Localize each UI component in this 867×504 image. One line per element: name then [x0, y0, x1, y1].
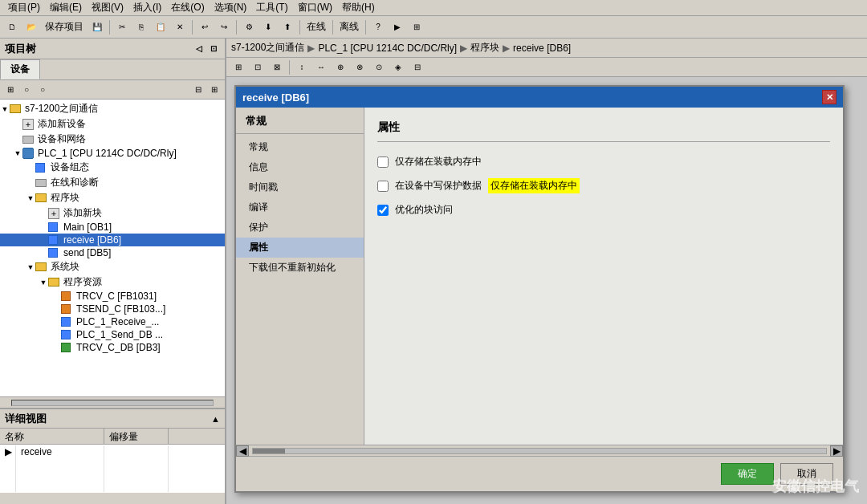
more-btn[interactable]: ▶ [389, 18, 406, 36]
tree-item-programs[interactable]: ▼程序块 [0, 190, 225, 205]
scroll-right[interactable]: ▶ [830, 445, 843, 457]
upload-btn[interactable]: ⬆ [279, 18, 296, 36]
bottom-panel: 详细视图 ▲ 名称 偏移量 ▶ receive [0, 408, 225, 504]
tree-item-network[interactable]: 设备和网络 [0, 132, 225, 147]
label-progres: 程序资源 [63, 275, 102, 289]
tab-devices[interactable]: 设备 [0, 59, 40, 79]
copy-btn[interactable]: ⎘ [132, 18, 150, 36]
scroll-left[interactable]: ◀ [236, 445, 249, 457]
dialog-nav-compile[interactable]: 编译 [236, 197, 364, 217]
tree-item-online-diag[interactable]: 在线和诊断 [0, 175, 225, 190]
toggle-progres[interactable]: ▼ [39, 278, 48, 287]
tree-btn2[interactable]: ○ [19, 83, 34, 97]
sec-btn7[interactable]: ⊗ [351, 59, 368, 76]
menu-window[interactable]: 窗口(W) [293, 0, 337, 16]
tree-item-send[interactable]: send [DB5] [0, 246, 225, 259]
icon-tsend [61, 303, 74, 315]
checkbox-label-2: 优化的块访问 [395, 203, 453, 217]
menu-view[interactable]: 视图(V) [87, 0, 128, 16]
sec-btn10[interactable]: ⊟ [409, 59, 426, 76]
redo-btn[interactable]: ↪ [215, 18, 233, 36]
pin-icon[interactable]: ⊡ [207, 43, 220, 55]
sec-btn9[interactable]: ◈ [389, 59, 407, 76]
left-hscroll-track[interactable] [11, 400, 214, 406]
menu-options[interactable]: 选项(N) [210, 0, 252, 16]
sec-btn4[interactable]: ↕ [293, 59, 311, 76]
tree-item-tsend[interactable]: TSEND_C [FB103...] [0, 303, 225, 315]
sec-btn8[interactable]: ⊙ [370, 59, 388, 76]
dialog-nav-attr[interactable]: 属性 [236, 238, 364, 258]
dialog-nav-download[interactable]: 下载但不重新初始化 [236, 258, 364, 278]
sec-btn2[interactable]: ⊡ [249, 59, 267, 76]
tree-item-add-device[interactable]: +添加新设备 [0, 116, 225, 132]
open-btn[interactable]: 📂 [22, 18, 40, 36]
dialog-close-btn[interactable]: ✕ [822, 90, 836, 104]
tree-item-main[interactable]: Main [OB1] [0, 221, 225, 234]
tree-btn1[interactable]: ⊞ [3, 83, 18, 97]
ok-button[interactable]: 确定 [721, 463, 774, 485]
tree-expand-btn[interactable]: ⊞ [207, 83, 222, 97]
checkbox-0[interactable] [377, 156, 389, 168]
sec-btn6[interactable]: ⊕ [332, 59, 349, 76]
tree-item-add-block[interactable]: +添加新块 [0, 205, 225, 221]
paste-btn[interactable]: 📋 [152, 18, 169, 36]
dialog-content: 属性 仅存储在装载内存中 在设备中写保护数据 仅存储在装载内存中 [364, 108, 843, 445]
bottom-expand[interactable]: ▲ [211, 414, 220, 424]
menu-project[interactable]: 项目(P) [3, 0, 45, 16]
checkbox-1[interactable] [377, 181, 389, 192]
collapse-icon[interactable]: ◁ [193, 43, 206, 55]
help-btn[interactable]: ? [369, 18, 387, 36]
cancel-button[interactable]: 取消 [780, 463, 833, 485]
menu-help[interactable]: 帮助(H) [337, 0, 380, 16]
breadcrumb-part3: receive [DB6] [513, 43, 571, 54]
tree-item-plc-send[interactable]: PLC_1_Send_DB ... [0, 328, 225, 341]
tree-item-plc1[interactable]: ▼PLC_1 [CPU 1214C DC/DC/Rly] [0, 147, 225, 160]
toggle-plc1[interactable]: ▼ [13, 149, 22, 157]
scrollbar-thumb[interactable] [253, 449, 285, 453]
tree-btn3[interactable]: ○ [35, 83, 50, 97]
checkbox-2[interactable] [377, 205, 389, 216]
sec-btn5[interactable]: ↔ [312, 59, 330, 76]
scrollbar-track[interactable] [252, 448, 827, 454]
tree-item-progres[interactable]: ▼程序资源 [0, 274, 225, 290]
toggle-root[interactable]: ▼ [0, 105, 10, 113]
toggle-sysblocks[interactable]: ▼ [26, 263, 35, 271]
new-btn[interactable]: 🗋 [3, 18, 21, 36]
bottom-content: ▶ receive [0, 445, 225, 493]
sec-btn3[interactable]: ⊠ [268, 59, 286, 76]
menu-edit[interactable]: 编辑(E) [45, 0, 87, 16]
menu-tools[interactable]: 工具(T) [251, 0, 292, 16]
left-hscroll[interactable] [0, 396, 225, 408]
tree-item-plc-receive[interactable]: PLC_1_Receive_... [0, 315, 225, 328]
tree-item-root[interactable]: ▼s7-1200之间通信 [0, 101, 225, 116]
dialog-content-title: 属性 [377, 120, 830, 142]
dialog-nav-timestamp[interactable]: 时间戳 [236, 177, 364, 197]
dialog-overlay: receive [DB6] ✕ 常规 常规 信息 时间戳 编译 保护 [226, 77, 867, 504]
dialog-nav-info[interactable]: 信息 [236, 157, 364, 177]
menu-online[interactable]: 在线(O) [166, 0, 209, 16]
dialog-nav-protect[interactable]: 保护 [236, 217, 364, 238]
toolbar: 🗋 📂 保存项目 💾 ✂ ⎘ 📋 ✕ ↩ ↪ ⚙ ⬇ ⬆ 在线 离线 ? ▶ ⊞ [0, 16, 867, 39]
cut-btn[interactable]: ✂ [113, 18, 131, 36]
col-offset: 偏移量 [104, 429, 169, 444]
dialog-nav-general[interactable]: 常规 [236, 137, 364, 157]
tree-area[interactable]: ▼s7-1200之间通信+添加新设备设备和网络▼PLC_1 [CPU 1214C… [0, 100, 225, 396]
save-btn[interactable]: 💾 [88, 18, 106, 36]
tree-item-sysblocks[interactable]: ▼系统块 [0, 259, 225, 274]
panel-btn[interactable]: ⊞ [408, 18, 425, 36]
tree-item-receive[interactable]: receive [DB6] [0, 234, 225, 246]
menu-insert[interactable]: 插入(I) [128, 0, 166, 16]
download-btn[interactable]: ⬇ [259, 18, 277, 36]
toggle-programs[interactable]: ▼ [26, 194, 35, 202]
sec-btn1[interactable]: ⊞ [230, 59, 247, 76]
tree-item-trcv-db[interactable]: TRCV_C_DB [DB3] [0, 341, 225, 354]
compile-btn[interactable]: ⚙ [240, 18, 258, 36]
dialog-scrollbar[interactable]: ◀ ▶ [236, 445, 843, 456]
tree-item-trcv[interactable]: TRCV_C [FB1031] [0, 290, 225, 303]
dialog-nav-section: 常规 [236, 111, 364, 134]
tree-item-config[interactable]: 设备组态 [0, 160, 225, 175]
tree-view-btn[interactable]: ⊟ [191, 83, 206, 97]
icon-root [10, 104, 22, 115]
delete-btn[interactable]: ✕ [171, 18, 189, 36]
undo-btn[interactable]: ↩ [196, 18, 214, 36]
